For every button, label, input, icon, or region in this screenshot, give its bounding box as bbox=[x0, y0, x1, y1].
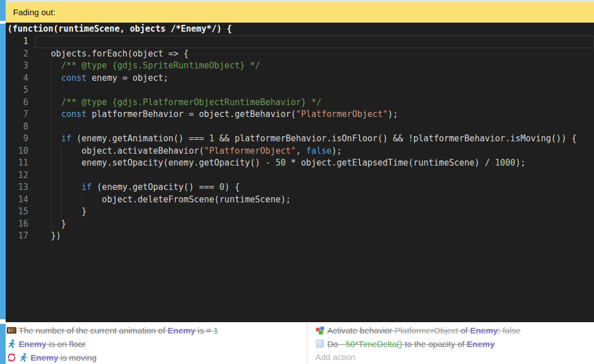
line-number: 17 bbox=[6, 230, 28, 242]
condition-row[interactable]: Enemy is moving bbox=[6, 350, 307, 364]
code-line-13[interactable]: 13 if (enemy.getOpacity() === 0) { bbox=[6, 181, 594, 194]
gdevelop-js-event: Fading out: (function(runtimeScene, obje… bbox=[0, 0, 594, 364]
code-line-7[interactable]: 7 const platformerBehavior = object.getB… bbox=[6, 109, 594, 121]
line-number: 15 bbox=[6, 206, 28, 218]
code-text: const platformerBehavior = object.getBeh… bbox=[41, 109, 398, 121]
event-drag-handle[interactable] bbox=[0, 24, 6, 319]
code-text: const enemy = object; bbox=[41, 72, 168, 85]
indent-guide bbox=[61, 170, 62, 182]
actions-column: Activate behavior PlatformerObject of En… bbox=[310, 323, 594, 364]
code-line-10[interactable]: 10 object.activateBehavior("PlatformerOb… bbox=[6, 145, 594, 158]
behavior-icon bbox=[315, 326, 325, 335]
animation-icon bbox=[7, 326, 16, 335]
code-text: if (enemy.getAnimation() === 1 && platfo… bbox=[41, 133, 576, 145]
code-line-3[interactable]: 3 /** @type {gdjs.SpriteRuntimeObject} *… bbox=[6, 60, 594, 72]
invert-icon bbox=[7, 353, 16, 362]
condition-row[interactable]: Enemy is on floor bbox=[6, 337, 307, 350]
action-text: Do - 50*TimeDelta() to the opacity of En… bbox=[327, 339, 495, 349]
code-line-17[interactable]: 17 }) bbox=[6, 230, 594, 242]
line-number: 16 bbox=[6, 218, 28, 231]
line-number: 13 bbox=[6, 181, 28, 194]
code-text: } bbox=[41, 206, 86, 218]
code-line-12[interactable]: 12 bbox=[6, 170, 594, 182]
code-text: /** @type {gdjs.PlatformerObjectRuntimeB… bbox=[41, 97, 322, 109]
indent-guide bbox=[51, 170, 51, 182]
code-text: }) bbox=[41, 230, 61, 242]
indent-guide bbox=[51, 84, 51, 97]
code-line-1[interactable]: 1 bbox=[6, 36, 594, 48]
code-text: /** @type {gdjs.SpriteRuntimeObject} */ bbox=[41, 60, 260, 72]
condition-row[interactable]: The number of the current animation of E… bbox=[6, 323, 307, 337]
code-line-11[interactable]: 11 enemy.setOpacity(enemy.getOpacity() -… bbox=[6, 157, 594, 170]
conditions-actions-divider bbox=[307, 323, 307, 364]
code-line-9[interactable]: 9 if (enemy.getAnimation() === 1 && plat… bbox=[6, 133, 594, 145]
code-line-8[interactable]: 8 bbox=[6, 121, 594, 133]
indent-guide bbox=[51, 121, 51, 133]
line-number: 10 bbox=[6, 145, 28, 158]
line-number: 4 bbox=[6, 72, 28, 85]
code-text: if (enemy.getOpacity() === 0) { bbox=[41, 181, 240, 194]
action-row[interactable]: Do - 50*TimeDelta() to the opacity of En… bbox=[310, 337, 594, 350]
event-sheet-row: The number of the current animation of E… bbox=[6, 323, 594, 364]
event-group-header[interactable]: Fading out: bbox=[6, 2, 594, 23]
conditions-column: The number of the current animation of E… bbox=[6, 323, 307, 364]
line-number: 14 bbox=[6, 194, 28, 206]
code-line-2[interactable]: 2 objects.forEach(object => { bbox=[6, 48, 594, 60]
line-number: 6 bbox=[6, 97, 28, 109]
current-line-highlight bbox=[35, 36, 594, 48]
line-number: 9 bbox=[6, 133, 28, 145]
code-text: } bbox=[41, 218, 66, 231]
code-text: object.activateBehavior("PlatformerObjec… bbox=[41, 145, 342, 158]
code-header-line: (function(runtimeScene, objects /*Enemy*… bbox=[6, 23, 594, 36]
code-footer-line: })(runtimeScene, objects /*Enemy*/); // … bbox=[6, 308, 594, 322]
condition-text: Enemy is on floor bbox=[19, 339, 85, 349]
event-drag-handle[interactable] bbox=[0, 0, 6, 21]
line-number: 12 bbox=[6, 170, 28, 182]
code-text: object.deleteFromScene(runtimeScene); bbox=[41, 194, 291, 206]
action-text: Activate behavior PlatformerObject of En… bbox=[327, 326, 521, 335]
condition-text: The number of the current animation of E… bbox=[19, 326, 218, 335]
line-number: 11 bbox=[6, 157, 28, 170]
code-text: enemy.setOpacity(enemy.getOpacity() - 50… bbox=[41, 157, 526, 170]
line-number: 2 bbox=[6, 48, 28, 60]
code-line-15[interactable]: 15 } bbox=[6, 206, 594, 218]
line-number: 1 bbox=[6, 36, 28, 48]
code-text: objects.forEach(object => { bbox=[41, 48, 189, 60]
add-action-button[interactable]: Add action bbox=[310, 350, 594, 364]
code-lines[interactable]: 12 objects.forEach(object => {3 /** @typ… bbox=[6, 36, 594, 242]
code-line-4[interactable]: 4 const enemy = object; bbox=[6, 72, 594, 85]
line-number: 8 bbox=[6, 121, 28, 133]
action-row[interactable]: Activate behavior PlatformerObject of En… bbox=[310, 323, 594, 337]
line-number: 3 bbox=[6, 60, 28, 72]
event-drag-handle[interactable] bbox=[0, 324, 6, 364]
js-code-editor[interactable]: (function(runtimeScene, objects /*Enemy*… bbox=[6, 23, 594, 322]
code-line-6[interactable]: 6 /** @type {gdjs.PlatformerObjectRuntim… bbox=[6, 97, 594, 109]
code-line-16[interactable]: 16 } bbox=[6, 218, 594, 231]
line-number: 7 bbox=[6, 109, 28, 121]
opacity-icon bbox=[316, 340, 324, 348]
condition-text: Enemy is moving bbox=[31, 353, 97, 362]
code-line-5[interactable]: 5 bbox=[6, 84, 594, 97]
line-number: 5 bbox=[6, 84, 28, 97]
runner-icon bbox=[19, 353, 28, 362]
group-title: Fading out: bbox=[13, 7, 55, 17]
runner-icon bbox=[7, 339, 16, 349]
code-line-14[interactable]: 14 object.deleteFromScene(runtimeScene); bbox=[6, 194, 594, 206]
